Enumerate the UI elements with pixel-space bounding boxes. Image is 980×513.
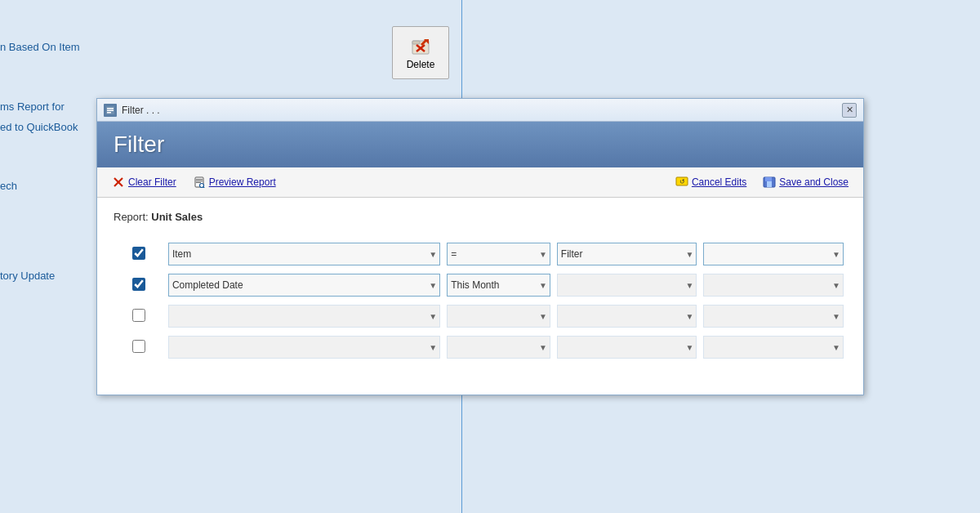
report-name: Unit Sales: [151, 211, 203, 223]
filter-dialog: Filter . . . ✕ Filter Clear Filter: [96, 98, 864, 395]
filter-row-4-checkbox[interactable]: [132, 340, 145, 353]
close-button[interactable]: ✕: [842, 103, 857, 118]
save-and-close-icon: [763, 176, 776, 189]
dialog-content: Report: Unit Sales: [97, 198, 863, 378]
filter-row-3-field: [168, 305, 440, 328]
filter-row-4-value1: [557, 336, 697, 359]
clear-filter-button[interactable]: Clear Filter: [105, 172, 183, 192]
filter-row-3-checkbox[interactable]: [132, 309, 145, 322]
svg-rect-7: [107, 109, 114, 111]
filter-row-3-operator: [447, 305, 550, 328]
svg-rect-6: [107, 108, 114, 109]
filter-row-1-checkbox[interactable]: [132, 247, 145, 260]
filter-row-2-value2: [703, 274, 844, 297]
dialog-footer: [97, 378, 863, 395]
filter-row-1-field[interactable]: Item Completed Date Customer: [168, 243, 440, 265]
svg-rect-13: [196, 181, 203, 181]
report-prefix: Report:: [114, 211, 149, 223]
dialog-title: Filter . . .: [122, 105, 160, 116]
filter-row-2-value1: [557, 274, 697, 297]
filter-row-2-field[interactable]: Completed Date Item Customer: [168, 274, 440, 297]
filter-row-2-checkbox[interactable]: [132, 278, 145, 291]
filter-row-1-operator[interactable]: = != < >: [447, 243, 550, 265]
dialog-toolbar: Clear Filter Preview Report: [97, 167, 863, 198]
svg-line-16: [203, 187, 203, 188]
titlebar-left: Filter . . .: [104, 104, 160, 117]
svg-rect-20: [765, 177, 772, 181]
preview-report-button[interactable]: Preview Report: [186, 172, 283, 192]
filter-row-4-operator: [447, 336, 550, 359]
filter-table: Item Completed Date Customer ▼ =: [114, 236, 847, 365]
report-label-line: Report: Unit Sales: [114, 211, 847, 223]
cancel-edits-button[interactable]: ↺ Cancel Edits: [669, 172, 753, 192]
filter-row-1-value1[interactable]: Filter All: [557, 243, 697, 265]
filter-row-4: ▼ ▼: [114, 334, 847, 360]
dialog-title-icon: [104, 104, 117, 117]
svg-point-15: [199, 184, 203, 188]
cancel-edits-icon: ↺: [675, 176, 688, 189]
svg-text:↺: ↺: [679, 178, 684, 185]
svg-rect-21: [767, 181, 772, 187]
filter-row-3: ▼ ▼: [114, 303, 847, 329]
filter-row-2: Completed Date Item Customer ▼ This Mont: [114, 272, 847, 298]
preview-report-icon: [193, 176, 206, 189]
save-and-close-button[interactable]: Save and Close: [756, 172, 855, 192]
filter-row-4-field: [168, 336, 440, 359]
save-and-close-label: Save and Close: [779, 176, 849, 188]
dialog-overlay: Filter . . . ✕ Filter Clear Filter: [0, 0, 980, 513]
filter-row-3-value1: [557, 305, 697, 328]
dialog-titlebar: Filter . . . ✕: [97, 99, 863, 122]
dialog-header: Filter: [97, 122, 863, 167]
dialog-header-title: Filter: [114, 132, 847, 158]
filter-row-1-value2[interactable]: [703, 243, 844, 265]
filter-row-3-value2: [703, 305, 844, 328]
cancel-edits-label: Cancel Edits: [692, 176, 746, 188]
filter-row-1: Item Completed Date Customer ▼ =: [114, 241, 847, 267]
svg-rect-14: [196, 182, 201, 183]
svg-rect-8: [107, 112, 111, 114]
preview-report-label: Preview Report: [209, 176, 276, 188]
clear-filter-label: Clear Filter: [128, 176, 176, 188]
filter-row-4-value2: [703, 336, 844, 359]
filter-row-2-operator[interactable]: This Month This Week This Year Custom: [447, 274, 550, 297]
svg-rect-12: [196, 179, 203, 180]
clear-filter-icon: [112, 176, 125, 189]
